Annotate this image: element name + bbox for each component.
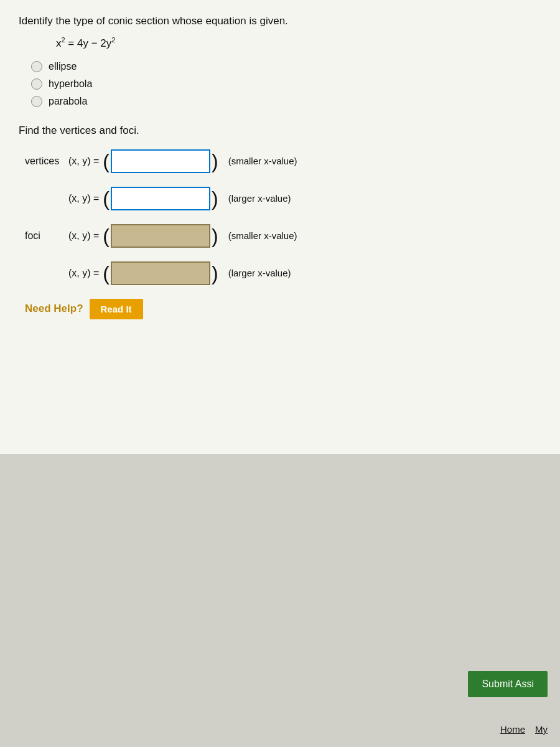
paren-open-3: ( bbox=[103, 226, 110, 246]
question-title: Identify the type of conic section whose… bbox=[19, 15, 541, 27]
option-parabola[interactable]: parabola bbox=[31, 96, 541, 107]
foci-hint-2: (larger x-value) bbox=[228, 268, 291, 278]
vertices-row-2: (x, y) = ( ) (larger x-value) bbox=[68, 187, 541, 210]
foci-label: foci bbox=[25, 230, 68, 242]
radio-hyperbola[interactable] bbox=[31, 78, 42, 90]
foci-row-1: foci (x, y) = ( ) (smaller x-value) bbox=[25, 224, 541, 248]
foci-xy-1: (x, y) = bbox=[68, 230, 99, 242]
option-hyperbola-label: hyperbola bbox=[49, 78, 92, 90]
radio-parabola[interactable] bbox=[31, 96, 42, 107]
paren-close-4: ) bbox=[212, 263, 218, 283]
option-ellipse[interactable]: ellipse bbox=[31, 61, 541, 72]
input-rows: vertices (x, y) = ( ) (smaller x-value) … bbox=[25, 149, 541, 285]
section-title: Find the vertices and foci. bbox=[19, 125, 541, 137]
foci-input-1-smaller[interactable] bbox=[111, 224, 210, 248]
paren-close-3: ) bbox=[212, 226, 218, 246]
vertices-input-1-smaller[interactable] bbox=[111, 149, 210, 173]
my-link[interactable]: My bbox=[535, 724, 548, 735]
vertices-xy-1: (x, y) = bbox=[68, 156, 99, 167]
paren-close-2: ) bbox=[212, 189, 218, 209]
vertices-input-2-larger[interactable] bbox=[111, 187, 210, 210]
vertices-row-1: vertices (x, y) = ( ) (smaller x-value) bbox=[25, 149, 541, 173]
radio-ellipse[interactable] bbox=[31, 61, 42, 72]
submit-button[interactable]: Submit Assi bbox=[468, 671, 548, 697]
option-ellipse-label: ellipse bbox=[49, 61, 77, 72]
foci-row-2: (x, y) = ( ) (larger x-value) bbox=[68, 261, 541, 285]
main-content: Identify the type of conic section whose… bbox=[0, 0, 560, 454]
vertices-label: vertices bbox=[25, 156, 68, 167]
paren-open-2: ( bbox=[103, 189, 110, 209]
read-it-button[interactable]: Read It bbox=[90, 299, 143, 319]
vertices-xy-2: (x, y) = bbox=[68, 193, 99, 204]
foci-xy-2: (x, y) = bbox=[68, 268, 99, 279]
need-help-row: Need Help? Read It bbox=[25, 299, 541, 319]
option-hyperbola[interactable]: hyperbola bbox=[31, 78, 541, 90]
equation-text: x2 = 4y − 2y2 bbox=[56, 37, 115, 49]
paren-open-4: ( bbox=[103, 263, 110, 283]
paren-open-1: ( bbox=[103, 151, 110, 171]
equation: x2 = 4y − 2y2 bbox=[56, 36, 541, 50]
foci-hint-1: (smaller x-value) bbox=[228, 230, 297, 241]
need-help-label: Need Help? bbox=[25, 303, 83, 315]
vertices-hint-1: (smaller x-value) bbox=[228, 156, 297, 166]
footer: Home My bbox=[500, 724, 548, 735]
option-parabola-label: parabola bbox=[49, 96, 87, 107]
submit-area: Submit Assi bbox=[468, 671, 548, 697]
vertices-hint-2: (larger x-value) bbox=[228, 193, 291, 204]
options-group: ellipse hyperbola parabola bbox=[31, 61, 541, 107]
foci-input-2-larger[interactable] bbox=[111, 261, 210, 285]
home-link[interactable]: Home bbox=[500, 724, 525, 735]
paren-close-1: ) bbox=[212, 151, 218, 171]
